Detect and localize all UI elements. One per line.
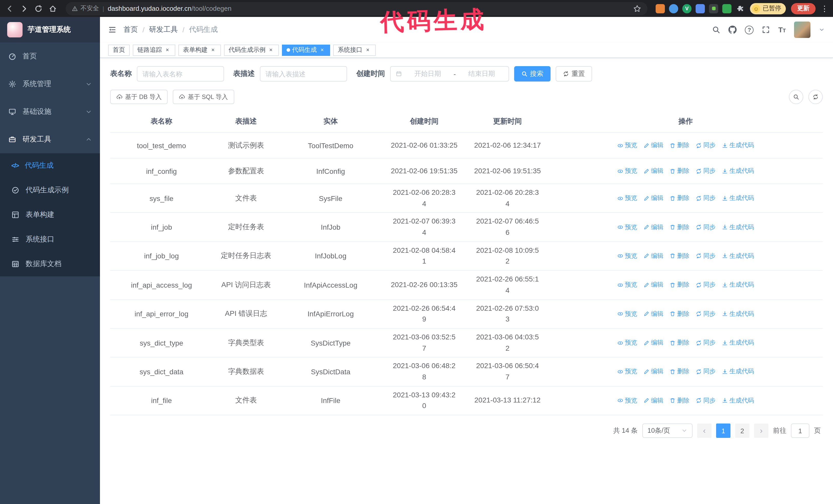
- address-bar[interactable]: 不安全 | dashboard.yudao.iocoder.cn/tool/co…: [66, 2, 647, 15]
- delete-link[interactable]: 删除: [669, 338, 689, 347]
- import-db-button[interactable]: 基于 DB 导入: [110, 90, 168, 104]
- home-icon[interactable]: [48, 4, 57, 13]
- avatar-caret-icon[interactable]: [819, 27, 825, 33]
- reset-button[interactable]: 重置: [556, 66, 592, 81]
- sync-link[interactable]: 同步: [696, 141, 716, 150]
- preview-link[interactable]: 预览: [617, 141, 637, 150]
- extensions-puzzle-icon[interactable]: [736, 4, 745, 13]
- delete-link[interactable]: 删除: [669, 252, 689, 261]
- generate-code-link[interactable]: 生成代码: [722, 338, 754, 347]
- table-name-input[interactable]: [137, 66, 224, 81]
- prev-page-button[interactable]: ‹: [697, 424, 712, 438]
- page-button-2[interactable]: 2: [735, 424, 749, 438]
- date-range-picker[interactable]: 开始日期 - 结束日期: [390, 66, 509, 81]
- extension-icon-green[interactable]: [722, 4, 732, 13]
- sync-link[interactable]: 同步: [696, 194, 716, 202]
- github-icon[interactable]: [729, 26, 737, 34]
- edit-link[interactable]: 编辑: [643, 309, 663, 318]
- delete-link[interactable]: 删除: [669, 194, 689, 202]
- edit-link[interactable]: 编辑: [643, 367, 663, 376]
- sidebar-item-system-management[interactable]: 系统管理: [0, 70, 100, 98]
- close-icon[interactable]: ×: [164, 47, 171, 53]
- tab-trace[interactable]: 链路追踪×: [133, 44, 175, 56]
- sync-link[interactable]: 同步: [696, 338, 716, 347]
- preview-link[interactable]: 预览: [617, 309, 637, 318]
- table-desc-input[interactable]: [260, 66, 347, 81]
- generate-code-link[interactable]: 生成代码: [722, 396, 754, 405]
- tab-codegen[interactable]: 代码生成×: [282, 44, 330, 56]
- delete-link[interactable]: 删除: [669, 167, 689, 175]
- update-button[interactable]: 更新: [791, 3, 815, 14]
- breadcrumb-dev-tools[interactable]: 研发工具: [149, 25, 178, 34]
- edit-link[interactable]: 编辑: [643, 338, 663, 347]
- generate-code-link[interactable]: 生成代码: [722, 194, 754, 202]
- fullscreen-icon[interactable]: [762, 26, 770, 34]
- delete-link[interactable]: 删除: [669, 141, 689, 150]
- next-page-button[interactable]: ›: [754, 424, 768, 438]
- page-url[interactable]: dashboard.yudao.iocoder.cn/tool/codegen: [108, 5, 629, 12]
- forward-icon[interactable]: [20, 4, 29, 13]
- generate-code-link[interactable]: 生成代码: [722, 167, 754, 175]
- breadcrumb-home[interactable]: 首页: [123, 25, 138, 34]
- page-button-1[interactable]: 1: [716, 424, 731, 438]
- sync-link[interactable]: 同步: [696, 281, 716, 289]
- preview-link[interactable]: 预览: [617, 281, 637, 289]
- edit-link[interactable]: 编辑: [643, 141, 663, 150]
- browser-menu-icon[interactable]: ⋮: [821, 4, 828, 13]
- sync-link[interactable]: 同步: [696, 396, 716, 405]
- preview-link[interactable]: 预览: [617, 367, 637, 376]
- generate-code-link[interactable]: 生成代码: [722, 367, 754, 376]
- delete-link[interactable]: 删除: [669, 223, 689, 232]
- page-size-select[interactable]: 10条/页: [642, 424, 693, 438]
- close-icon[interactable]: ×: [268, 47, 274, 53]
- reload-icon[interactable]: [34, 4, 43, 13]
- sidebar-fold-icon[interactable]: [108, 26, 116, 34]
- insecure-warning[interactable]: 不安全: [72, 4, 99, 13]
- extension-icon-vue[interactable]: V: [682, 4, 691, 13]
- goto-page-input[interactable]: [791, 424, 809, 438]
- tab-codegen-example[interactable]: 代码生成示例×: [224, 44, 279, 56]
- sync-link[interactable]: 同步: [696, 223, 716, 232]
- sidebar-item-dev-tools[interactable]: 研发工具: [0, 126, 100, 153]
- preview-link[interactable]: 预览: [617, 167, 637, 175]
- sidebar-item-infrastructure[interactable]: 基础设施: [0, 98, 100, 126]
- preview-link[interactable]: 预览: [617, 223, 637, 232]
- help-icon[interactable]: ?: [745, 25, 754, 34]
- generate-code-link[interactable]: 生成代码: [722, 281, 754, 289]
- delete-link[interactable]: 删除: [669, 367, 689, 376]
- back-icon[interactable]: [5, 4, 14, 13]
- user-avatar[interactable]: [794, 22, 810, 38]
- extension-icon-dark[interactable]: [709, 4, 718, 13]
- delete-link[interactable]: 删除: [669, 309, 689, 318]
- sidebar-item-form-builder[interactable]: 表单构建: [0, 202, 100, 227]
- toggle-search-button[interactable]: [789, 90, 803, 104]
- profile-chip[interactable]: ☺ 已暂停: [750, 3, 786, 14]
- sidebar-item-codegen[interactable]: </> 代码生成: [0, 153, 100, 178]
- edit-link[interactable]: 编辑: [643, 223, 663, 232]
- sidebar-item-codegen-example[interactable]: 代码生成示例: [0, 178, 100, 202]
- font-size-icon[interactable]: TT: [779, 26, 786, 34]
- sync-link[interactable]: 同步: [696, 367, 716, 376]
- close-icon[interactable]: ×: [319, 47, 326, 53]
- preview-link[interactable]: 预览: [617, 194, 637, 202]
- delete-link[interactable]: 删除: [669, 396, 689, 405]
- tab-home[interactable]: 首页: [108, 44, 130, 56]
- generate-code-link[interactable]: 生成代码: [722, 223, 754, 232]
- edit-link[interactable]: 编辑: [643, 281, 663, 289]
- extension-icon-orange[interactable]: [656, 4, 665, 13]
- close-icon[interactable]: ×: [210, 47, 216, 53]
- close-icon[interactable]: ×: [364, 47, 371, 53]
- sync-link[interactable]: 同步: [696, 309, 716, 318]
- edit-link[interactable]: 编辑: [643, 252, 663, 261]
- sidebar-item-db-docs[interactable]: 数据库文档: [0, 252, 100, 277]
- tab-form-builder[interactable]: 表单构建×: [178, 44, 221, 56]
- refresh-table-button[interactable]: [808, 90, 823, 104]
- import-sql-button[interactable]: 基于 SQL 导入: [173, 90, 234, 104]
- preview-link[interactable]: 预览: [617, 252, 637, 261]
- preview-link[interactable]: 预览: [617, 338, 637, 347]
- delete-link[interactable]: 删除: [669, 281, 689, 289]
- extension-icon-blue-grid[interactable]: [696, 4, 705, 13]
- preview-link[interactable]: 预览: [617, 396, 637, 405]
- sync-link[interactable]: 同步: [696, 252, 716, 261]
- sync-link[interactable]: 同步: [696, 167, 716, 175]
